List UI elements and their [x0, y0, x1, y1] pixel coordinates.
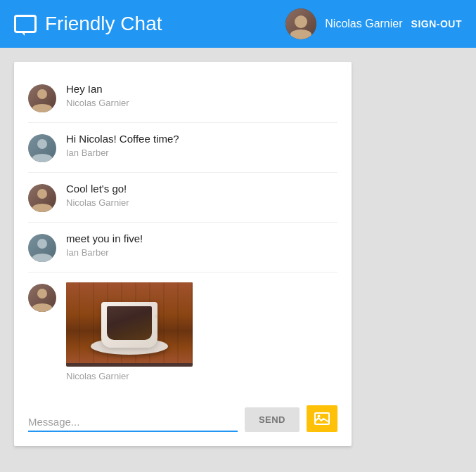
messages-list: Hey Ian Nicolas Garnier Hi Nicolas! Coff… [28, 73, 337, 391]
message-content: meet you in five! Ian Barber [66, 232, 337, 258]
chat-card: Hey Ian Nicolas Garnier Hi Nicolas! Coff… [14, 62, 352, 446]
message-text: Cool let's go! [66, 183, 337, 195]
avatar [285, 8, 316, 39]
table-row: Hey Ian Nicolas Garnier [28, 73, 337, 123]
app-title: Friendly Chat [45, 13, 162, 35]
message-sender: Nicolas Garnier [66, 98, 337, 108]
image-icon [314, 412, 330, 425]
avatar [28, 134, 56, 162]
avatar [28, 84, 56, 112]
coffee-photo [66, 282, 193, 363]
message-text: Hi Nicolas! Coffee time? [66, 133, 337, 145]
app-header: Friendly Chat Nicolas Garnier SIGN-OUT [0, 0, 476, 48]
sign-out-button[interactable]: SIGN-OUT [411, 18, 462, 29]
input-area: SEND [28, 398, 337, 432]
message-image [66, 282, 193, 367]
table-row: Nicolas Garnier [28, 273, 337, 391]
header-logo: Friendly Chat [14, 13, 285, 35]
input-row: SEND [28, 405, 337, 432]
message-sender: Ian Barber [66, 148, 337, 158]
message-content: Hi Nicolas! Coffee time? Ian Barber [66, 133, 337, 158]
message-sender: Nicolas Garnier [66, 371, 337, 381]
svg-point-1 [318, 415, 321, 418]
message-sender: Nicolas Garnier [66, 197, 337, 208]
header-username: Nicolas Garnier [325, 18, 402, 30]
message-text: meet you in five! [66, 232, 337, 244]
table-row: meet you in five! Ian Barber [28, 223, 337, 273]
send-button[interactable]: SEND [245, 407, 300, 432]
message-content: Cool let's go! Nicolas Garnier [66, 183, 337, 208]
message-sender: Ian Barber [66, 247, 337, 258]
message-content: Hey Ian Nicolas Garnier [66, 83, 337, 108]
chat-bubble-icon [14, 15, 37, 33]
message-input[interactable] [28, 413, 238, 432]
message-text: Hey Ian [66, 83, 337, 95]
message-input-wrapper [28, 413, 238, 432]
header-user-info: Nicolas Garnier SIGN-OUT [285, 8, 462, 39]
message-content: Nicolas Garnier [66, 282, 337, 381]
avatar [28, 234, 56, 262]
image-upload-button[interactable] [307, 405, 337, 432]
avatar [28, 284, 56, 312]
table-row: Hi Nicolas! Coffee time? Ian Barber [28, 123, 337, 173]
avatar [28, 184, 56, 212]
main-content: Hey Ian Nicolas Garnier Hi Nicolas! Coff… [0, 48, 476, 460]
table-row: Cool let's go! Nicolas Garnier [28, 173, 337, 223]
